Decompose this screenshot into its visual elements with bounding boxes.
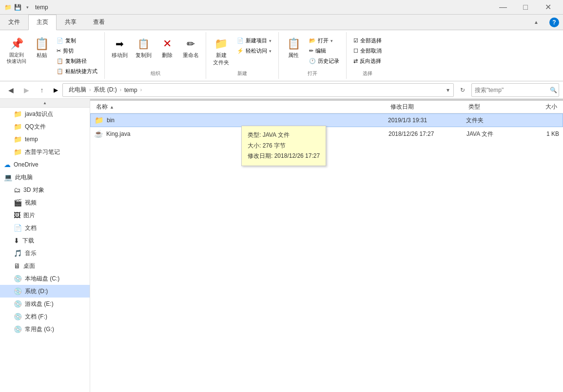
breadcrumb-temp[interactable]: temp bbox=[122, 86, 139, 94]
history-button[interactable]: 🕐 历史记录 bbox=[306, 56, 342, 66]
new-item-label: 新建项目 bbox=[246, 37, 267, 44]
sidebar-item-local-c[interactable]: 💿 本地磁盘 (C:) bbox=[0, 272, 90, 285]
sidebar-scroll-area: 📁 java知识点 📁 QQ文件 📁 temp 📁 杰普学习笔记 ☁ OneDr… bbox=[0, 108, 90, 392]
delete-label: 删除 bbox=[162, 52, 173, 59]
up-button[interactable]: ↑ bbox=[35, 83, 49, 97]
organize-group-label: 组织 bbox=[109, 68, 202, 77]
move-to-button[interactable]: ➡ 移动到 bbox=[109, 34, 131, 61]
sidebar-label: 文档 bbox=[25, 224, 37, 232]
sidebar-label: QQ文件 bbox=[25, 123, 46, 131]
ribbon-collapse-button[interactable]: ▲ bbox=[525, 15, 547, 30]
sidebar-item-desktop[interactable]: 🖥 桌面 bbox=[0, 260, 90, 272]
sidebar-label: 本地磁盘 (C:) bbox=[25, 275, 59, 283]
sidebar-item-music[interactable]: 🎵 音乐 bbox=[0, 247, 90, 260]
col-header-size[interactable]: 大小 bbox=[520, 102, 559, 112]
sidebar-label: 系统 (D:) bbox=[25, 287, 48, 296]
search-icon[interactable]: 🔍 bbox=[550, 87, 557, 93]
sidebar-item-docs-f[interactable]: 💿 文档 (F:) bbox=[0, 310, 90, 323]
sidebar-item-pictures[interactable]: 🖼 图片 bbox=[0, 209, 90, 222]
new-folder-button[interactable]: 📁 新建文件夹 bbox=[210, 34, 232, 68]
tab-home[interactable]: 主页 bbox=[28, 15, 57, 30]
sidebar-item-thispc[interactable]: 💻 此电脑 bbox=[0, 171, 90, 184]
properties-button[interactable]: 📋 属性 bbox=[283, 34, 304, 61]
pin-button[interactable]: 📌 固定到快速访问 bbox=[4, 34, 29, 66]
back-button[interactable]: ◀ bbox=[4, 83, 18, 97]
deselect-icon: ☐ bbox=[353, 48, 358, 54]
tab-file[interactable]: 文件 bbox=[0, 15, 28, 30]
sort-arrow: ▲ bbox=[110, 105, 114, 110]
folder-icon: 📁 bbox=[14, 148, 22, 156]
sidebar-label: 下载 bbox=[22, 237, 34, 245]
music-icon: 🎵 bbox=[14, 249, 22, 257]
cut-button[interactable]: ✂ 剪切 bbox=[54, 46, 100, 56]
pin-icon: 📌 bbox=[10, 36, 23, 52]
tab-share[interactable]: 共享 bbox=[57, 15, 85, 30]
nav-bar: ◀ ▶ ↑ ▶ 此电脑 › 系统 (D:) › temp › ▾ ↻ 🔍 bbox=[0, 81, 563, 99]
file-date-king: 2018/12/26 17:27 bbox=[388, 131, 466, 137]
sidebar-item-game-e[interactable]: 💿 游戏盘 (E:) bbox=[0, 298, 90, 310]
sidebar-label: 音乐 bbox=[25, 249, 37, 258]
sidebar-item-documents[interactable]: 📄 文档 bbox=[0, 222, 90, 234]
paste-icon: 📋 bbox=[35, 36, 49, 52]
tooltip-date-label: 修改日期: bbox=[248, 152, 272, 159]
sidebar-item-notes[interactable]: 📁 杰普学习笔记 bbox=[0, 146, 90, 158]
forward-button[interactable]: ▶ bbox=[19, 83, 33, 97]
col-header-name[interactable]: 名称 ▲ bbox=[94, 102, 388, 112]
refresh-button[interactable]: ↻ bbox=[456, 83, 469, 97]
sidebar-item-3d[interactable]: 🗂 3D 对象 bbox=[0, 184, 90, 196]
file-row-king[interactable]: ☕ King.java 2018/12/26 17:27 JAVA 文件 1 K… bbox=[90, 127, 563, 141]
col-header-date[interactable]: 修改日期 bbox=[388, 102, 466, 112]
col-header-type[interactable]: 类型 bbox=[466, 102, 520, 112]
copy-path-icon: 📋 bbox=[57, 58, 63, 64]
rename-label: 重命名 bbox=[183, 52, 199, 59]
sidebar-item-qq[interactable]: 📁 QQ文件 bbox=[0, 120, 90, 133]
address-dropdown[interactable]: ▾ bbox=[447, 87, 449, 93]
breadcrumb-pc[interactable]: 此电脑 bbox=[67, 85, 88, 95]
open-icon: 📂 bbox=[309, 37, 316, 44]
sidebar-item-onedrive[interactable]: ☁ OneDrive bbox=[0, 158, 90, 171]
breadcrumb-d[interactable]: 系统 (D:) bbox=[92, 85, 118, 95]
help-button[interactable]: ? bbox=[549, 18, 559, 27]
invert-selection-button[interactable]: ⇄ 反向选择 bbox=[350, 56, 385, 66]
new-item-button[interactable]: 📄 新建项目 ▾ bbox=[234, 36, 274, 45]
title-bar-icons: 📁 💾 ▾ bbox=[4, 3, 31, 11]
sidebar-item-videos[interactable]: 🎬 视频 bbox=[0, 196, 90, 209]
sidebar-label: 视频 bbox=[25, 199, 37, 207]
close-button[interactable]: ✕ bbox=[537, 0, 559, 15]
delete-icon: ✕ bbox=[163, 36, 172, 52]
sidebar-item-temp[interactable]: 📁 temp bbox=[0, 133, 90, 146]
select-all-button[interactable]: ☑ 全部选择 bbox=[350, 36, 385, 45]
maximize-button[interactable]: □ bbox=[514, 0, 537, 15]
sidebar-item-downloads[interactable]: ⬇ 下载 bbox=[0, 234, 90, 247]
sidebar-item-shared-g[interactable]: 💿 常用盘 (G:) bbox=[0, 323, 90, 336]
easy-access-icon: ⚡ bbox=[237, 48, 244, 54]
sidebar-item-java-kb[interactable]: 📁 java知识点 bbox=[0, 108, 90, 120]
deselect-all-button[interactable]: ☐ 全部取消 bbox=[350, 46, 385, 56]
path-arrow: ▶ bbox=[51, 85, 60, 95]
easy-access-button[interactable]: ⚡ 轻松访问 ▾ bbox=[234, 46, 274, 56]
file-name-bin: 📁 bin bbox=[95, 116, 388, 125]
copy-path-button[interactable]: 📋 复制路径 bbox=[54, 56, 100, 66]
open-button[interactable]: 📂 打开 ▾ bbox=[306, 36, 342, 45]
sidebar-item-system-d[interactable]: 💿 系统 (D:) bbox=[0, 285, 90, 298]
minimize-button[interactable]: — bbox=[492, 0, 514, 15]
search-input[interactable] bbox=[475, 87, 548, 93]
paste-button[interactable]: 📋 粘贴 bbox=[31, 34, 53, 61]
folder-file-icon: 📁 bbox=[95, 116, 104, 125]
paste-shortcut-button[interactable]: 📋 粘贴快捷方式 bbox=[54, 67, 100, 76]
copy-button[interactable]: 📄 复制 bbox=[54, 36, 100, 45]
tab-view[interactable]: 查看 bbox=[85, 15, 113, 30]
breadcrumb: 此电脑 › 系统 (D:) › temp › bbox=[67, 85, 142, 95]
edit-label: 编辑 bbox=[315, 47, 326, 55]
file-type-king: JAVA 文件 bbox=[466, 130, 520, 138]
rename-button[interactable]: ✏ 重命名 bbox=[180, 34, 202, 61]
delete-button[interactable]: ✕ 删除 bbox=[156, 34, 178, 61]
sidebar-label: OneDrive bbox=[14, 161, 39, 168]
file-row-bin[interactable]: 📁 bin 2019/1/3 19:31 文件夹 bbox=[90, 113, 563, 127]
edit-button[interactable]: ✏ 编辑 bbox=[306, 46, 342, 56]
address-bar[interactable]: 此电脑 › 系统 (D:) › temp › ▾ bbox=[62, 83, 454, 97]
sidebar-label: 此电脑 bbox=[15, 173, 33, 182]
sidebar-scroll-up[interactable]: ▲ bbox=[0, 99, 90, 108]
copy-to-button[interactable]: 📋 复制到 bbox=[133, 34, 155, 61]
dropdown-arrow-icon[interactable]: ▾ bbox=[23, 3, 31, 11]
